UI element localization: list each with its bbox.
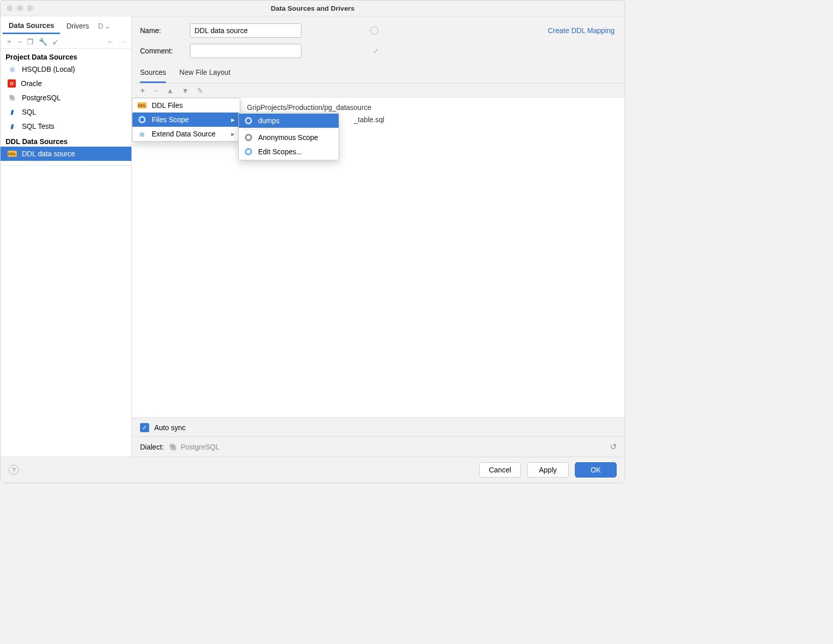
traffic-minimize[interactable] bbox=[17, 5, 23, 11]
remove-icon[interactable]: − bbox=[18, 38, 22, 46]
remove-source-icon[interactable]: − bbox=[154, 87, 158, 95]
menu-item-files-scope[interactable]: Files Scope ▸ bbox=[132, 113, 240, 127]
sidebar-item-ddl-data-source[interactable]: DDL DDL data source bbox=[1, 147, 131, 161]
back-icon[interactable]: ← bbox=[107, 38, 114, 46]
traffic-close[interactable] bbox=[7, 5, 13, 11]
chevron-right-icon: ▸ bbox=[231, 130, 235, 138]
submenu-item-dumps[interactable]: dumps bbox=[239, 114, 339, 128]
sidebar-toolbar: ＋ − ❐ 🔧 ↙ ← → bbox=[1, 35, 131, 49]
menu-item-ddl-files[interactable]: DDL DDL Files bbox=[132, 98, 240, 113]
expand-icon[interactable]: ⤢ bbox=[373, 47, 378, 54]
sidebar-item-label: SQL bbox=[22, 108, 36, 116]
scope-icon bbox=[245, 117, 252, 124]
window-title: Data Sources and Drivers bbox=[271, 5, 354, 12]
submenu-item-edit-scopes[interactable]: Edit Scopes... bbox=[239, 145, 339, 159]
ok-button[interactable]: OK bbox=[575, 462, 617, 478]
tab-sources[interactable]: Sources bbox=[140, 64, 166, 83]
sql-file-icon: ▮ bbox=[7, 122, 18, 131]
ddl-icon: DDL bbox=[137, 102, 147, 108]
add-source-icon[interactable]: ＋ bbox=[139, 86, 146, 95]
dialect-label: Dialect: bbox=[140, 443, 164, 451]
scope-icon bbox=[245, 148, 252, 155]
sidebar-item-label: Oracle bbox=[21, 79, 42, 88]
move-up-icon[interactable]: ▲ bbox=[166, 87, 174, 95]
sidebar-tab-drivers[interactable]: Drivers bbox=[60, 19, 95, 33]
autosync-row: ✓ Auto sync bbox=[132, 417, 625, 436]
autosync-checkbox[interactable]: ✓ bbox=[140, 423, 149, 432]
comment-input[interactable] bbox=[190, 44, 301, 58]
chevron-right-icon: ▸ bbox=[231, 116, 235, 124]
create-ddl-mapping-link[interactable]: Create DDL Mapping bbox=[548, 26, 615, 35]
sidebar: Data Sources Drivers D⌄ ＋ − ❐ 🔧 ↙ ← → Pr… bbox=[1, 16, 132, 457]
sql-file-icon: ▮ bbox=[7, 107, 18, 117]
tab-new-file-layout[interactable]: New File Layout bbox=[179, 64, 230, 83]
import-icon[interactable]: ↙ bbox=[52, 38, 59, 46]
comment-label: Comment: bbox=[140, 47, 182, 55]
copy-icon[interactable]: ❐ bbox=[27, 38, 34, 46]
dialog-footer: ? Cancel Apply OK bbox=[1, 457, 625, 483]
sidebar-item-sql[interactable]: ▮ SQL bbox=[1, 105, 131, 119]
sidebar-item-sqltests[interactable]: ▮ SQL Tests bbox=[1, 119, 131, 133]
database-icon: ≣ bbox=[137, 130, 147, 138]
cancel-button[interactable]: Cancel bbox=[479, 462, 521, 478]
scope-icon bbox=[245, 134, 252, 141]
dialect-row: Dialect: 🐘 PostgreSQL ↺ bbox=[132, 436, 625, 457]
sidebar-item-label: HSQLDB (Local) bbox=[22, 65, 75, 73]
reset-dialect-icon[interactable]: ↺ bbox=[610, 442, 617, 452]
sidebar-item-postgresql[interactable]: 🐘 PostgreSQL bbox=[1, 91, 131, 105]
section-project-data-sources: Project Data Sources bbox=[1, 49, 131, 62]
move-down-icon[interactable]: ▼ bbox=[182, 87, 189, 95]
postgres-icon: 🐘 bbox=[8, 93, 17, 102]
oracle-icon: O bbox=[8, 79, 16, 88]
scope-icon bbox=[138, 116, 146, 123]
dialect-value-link[interactable]: 🐘 PostgreSQL bbox=[169, 443, 219, 451]
sidebar-tab-datasources[interactable]: Data Sources bbox=[3, 18, 60, 34]
autosync-label: Auto sync bbox=[154, 424, 185, 432]
chevron-down-icon: ⌄ bbox=[104, 22, 110, 30]
files-scope-submenu: dumps Anonymous Scope Edit Scopes... bbox=[238, 112, 339, 160]
add-source-menu: DDL DDL Files Files Scope ▸ ≣ Extend Dat… bbox=[132, 98, 240, 142]
menu-item-extend-data-source[interactable]: ≣ Extend Data Source ▸ bbox=[132, 127, 240, 141]
postgres-icon: 🐘 bbox=[169, 443, 178, 451]
section-ddl-data-sources: DDL Data Sources bbox=[1, 133, 131, 147]
traffic-zoom[interactable] bbox=[27, 5, 33, 11]
apply-button[interactable]: Apply bbox=[527, 462, 569, 478]
add-icon[interactable]: ＋ bbox=[6, 37, 13, 46]
wrench-icon[interactable]: 🔧 bbox=[39, 38, 47, 46]
name-label: Name: bbox=[140, 26, 182, 35]
submenu-item-anonymous-scope[interactable]: Anonymous Scope bbox=[239, 130, 339, 145]
hsqldb-icon: ◎ bbox=[8, 65, 17, 74]
sidebar-item-label: DDL data source bbox=[22, 150, 75, 158]
sidebar-item-label: PostgreSQL bbox=[22, 94, 61, 102]
color-indicator-icon[interactable] bbox=[370, 26, 378, 35]
sidebar-tab-more[interactable]: D⌄ bbox=[95, 19, 114, 33]
help-icon[interactable]: ? bbox=[9, 465, 19, 475]
forward-icon[interactable]: → bbox=[119, 38, 126, 46]
sidebar-item-hsqldb[interactable]: ◎ HSQLDB (Local) bbox=[1, 62, 131, 76]
sidebar-item-label: SQL Tests bbox=[22, 122, 54, 130]
sources-toolbar: ＋ − ▲ ▼ ✎ bbox=[132, 83, 625, 98]
ddl-icon: DDL bbox=[8, 151, 17, 157]
name-input[interactable] bbox=[190, 23, 301, 38]
edit-source-icon[interactable]: ✎ bbox=[197, 87, 203, 95]
titlebar: Data Sources and Drivers bbox=[1, 1, 625, 16]
sidebar-item-oracle[interactable]: O Oracle bbox=[1, 76, 131, 91]
